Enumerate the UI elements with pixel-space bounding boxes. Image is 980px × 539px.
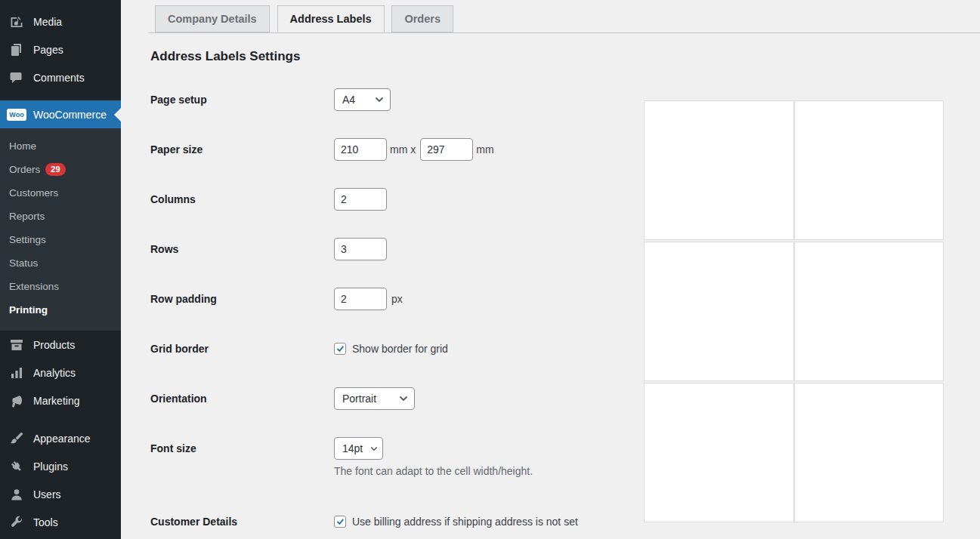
form-row-grid-border: Grid border Show border for grid [150,324,619,374]
tab-address-labels[interactable]: Address Labels [277,5,385,32]
customer-details-checkbox-label[interactable]: Use billing address if shipping address … [352,510,578,533]
pages-icon [6,42,27,57]
orientation-select[interactable]: Portrait [334,387,415,410]
page-setup-label: Page setup [150,88,334,111]
sidebar-item-media[interactable]: Media [0,8,121,35]
sidebar-item-label: Analytics [33,367,76,379]
check-icon [336,345,345,353]
comments-icon [6,70,27,85]
label-preview-cell [794,100,944,240]
submenu-item-printing[interactable]: Printing [0,298,121,322]
sidebar-item-pages[interactable]: Pages [0,35,121,63]
row-padding-input[interactable] [334,288,387,310]
address-labels-form: Page setup A4 Paper size mm x mm Columns [150,75,619,539]
media-icon [6,14,27,29]
sidebar-item-products[interactable]: Products [0,331,121,359]
grid-border-checkbox[interactable] [334,343,346,355]
preview-row [644,242,944,381]
submenu-item-settings[interactable]: Settings [0,228,121,251]
sidebar-item-label: WooCommerce [33,109,107,121]
sidebar-item-woocommerce[interactable]: Woo WooCommerce [0,100,121,128]
analytics-icon [6,365,27,380]
settings-tabs: Company Details Address Labels Orders [148,5,980,33]
sidebar-item-label: Pages [33,44,63,56]
sidebar-item-comments[interactable]: Comments [0,63,121,91]
paper-size-label: Paper size [150,138,334,161]
paper-size-unit-end: mm [476,138,493,161]
label-preview-cell [794,242,944,381]
submenu-item-status[interactable]: Status [0,251,121,275]
sidebar-item-users[interactable]: Users [0,480,121,508]
submenu-item-extensions[interactable]: Extensions [0,275,121,298]
rows-label: Rows [150,238,334,260]
tab-company-details[interactable]: Company Details [155,5,270,32]
chevron-down-icon [399,396,408,402]
sidebar-item-marketing[interactable]: Marketing [0,387,121,414]
form-row-paper-size: Paper size mm x mm [150,125,619,174]
font-size-select[interactable]: 14pt [334,437,383,460]
preview-row [644,383,944,522]
sidebar-item-label: Appearance [33,433,91,445]
paper-height-input[interactable] [420,138,473,161]
appearance-icon [6,431,27,446]
submenu-item-home[interactable]: Home [0,134,121,158]
columns-input[interactable] [334,188,387,211]
sidebar-item-tools[interactable]: Tools [0,508,121,536]
row-padding-label: Row padding [150,288,334,310]
sidebar-item-label: Users [33,488,61,500]
admin-sidebar: Media Pages Comments Woo WooCommerce Hom… [0,0,121,539]
sidebar-item-label: Plugins [33,460,68,473]
sidebar-item-label: Products [33,339,75,351]
preview-row [644,100,944,240]
submenu-item-customers[interactable]: Customers [0,181,121,205]
tab-orders[interactable]: Orders [391,5,453,32]
plugins-icon [6,459,27,474]
sidebar-item-analytics[interactable]: Analytics [0,359,121,387]
check-icon [336,518,345,525]
form-row-rows: Rows [150,224,619,274]
form-row-orientation: Orientation Portrait [150,374,619,424]
products-icon [6,337,27,353]
rows-input[interactable] [334,238,387,260]
chevron-down-icon [370,446,378,451]
sidebar-item-label: Media [33,16,62,28]
customer-details-label: Customer Details [150,510,334,533]
label-preview-cell [644,100,794,240]
form-row-page-setup: Page setup A4 [150,75,619,125]
orders-count-badge: 29 [45,163,65,176]
form-row-row-padding: Row padding px [150,274,619,324]
tools-icon [6,515,27,530]
label-preview-cell [794,383,944,522]
woocommerce-icon: Woo [6,109,27,121]
sidebar-item-appearance[interactable]: Appearance [0,424,121,452]
paper-size-unit-mid: mm x [390,138,416,161]
menu-separator [0,414,121,424]
customer-details-checkbox[interactable] [334,516,346,528]
form-row-customer-details: Customer Details Use billing address if … [150,497,619,539]
submenu-item-orders[interactable]: Orders29 [0,158,121,181]
font-size-hint: The font can adapt to the cell width/hei… [334,465,619,477]
label-preview-cell [644,242,794,381]
row-padding-unit: px [391,288,403,310]
labels-preview-grid [644,100,944,524]
submenu-item-reports[interactable]: Reports [0,205,121,228]
main-content: Company Details Address Labels Orders Ad… [121,0,980,539]
users-icon [6,487,27,502]
woocommerce-submenu: Home Orders29 Customers Reports Settings… [0,128,121,331]
page-title: Address Labels Settings [150,49,980,64]
current-menu-arrow [114,108,121,122]
page-setup-select[interactable]: A4 [334,88,391,111]
columns-label: Columns [150,188,334,211]
orientation-label: Orientation [150,387,334,410]
grid-border-checkbox-label[interactable]: Show border for grid [352,337,448,360]
label-preview-cell [644,383,794,522]
grid-border-label: Grid border [150,337,334,360]
form-row-columns: Columns [150,174,619,224]
font-size-label: Font size [150,437,334,460]
form-row-font-size: Font size 14pt The font can adapt to the… [150,424,619,497]
sidebar-item-label: Comments [33,72,85,84]
sidebar-item-label: Tools [33,516,58,528]
paper-width-input[interactable] [334,138,387,161]
sidebar-item-plugins[interactable]: Plugins [0,452,121,480]
menu-separator [0,91,121,100]
